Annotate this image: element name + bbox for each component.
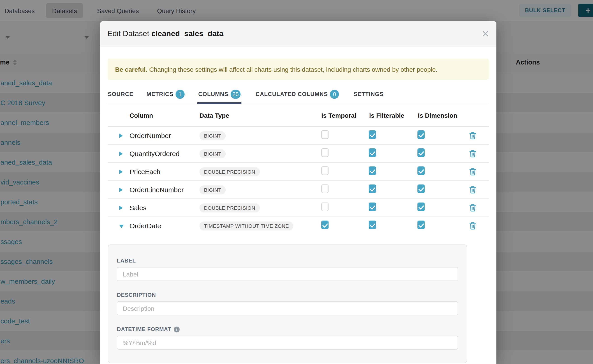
column-name: OrderDate [126, 222, 197, 230]
data-type-pill: TIMESTAMP WITHOUT TIME ZONE [199, 221, 293, 230]
close-icon[interactable]: ✕ [481, 29, 489, 38]
is-filterable-checkbox[interactable] [369, 202, 376, 211]
is-filterable-checkbox[interactable] [369, 148, 376, 157]
expand-caret-icon[interactable] [119, 205, 123, 210]
columns-table-header: Column Data Type Is Temporal Is Filterab… [108, 104, 489, 127]
is-temporal-checkbox[interactable] [321, 184, 329, 193]
expand-caret-icon[interactable] [119, 133, 123, 138]
metrics-count-badge: 1 [176, 90, 184, 98]
column-header: Column [126, 112, 197, 119]
label-input[interactable] [117, 267, 458, 281]
collapse-caret-icon[interactable] [119, 224, 124, 228]
delete-column-button[interactable] [469, 204, 489, 212]
is-dimension-checkbox[interactable] [417, 166, 425, 175]
modal-body: Be careful. Changing these settings will… [100, 46, 496, 363]
expand-caret-icon[interactable] [119, 187, 123, 192]
description-input[interactable] [117, 301, 458, 315]
is-dimension-checkbox[interactable] [417, 148, 425, 157]
column-row: SalesDOUBLE PRECISION [108, 199, 489, 217]
is-temporal-header: Is Temporal [318, 112, 366, 119]
tab-settings[interactable]: SETTINGS [354, 84, 384, 104]
datetime-format-field-label: DATETIME FORMAT i [117, 326, 458, 332]
tab-metrics[interactable]: METRICS1 [146, 84, 185, 104]
delete-column-button[interactable] [469, 222, 489, 230]
is-temporal-checkbox[interactable] [321, 130, 329, 139]
warning-bold: Be careful. [115, 66, 147, 73]
data-type-pill: BIGINT [199, 185, 226, 194]
is-filterable-checkbox[interactable] [369, 166, 376, 175]
column-row: OrderDateTIMESTAMP WITHOUT TIME ZONE [108, 217, 489, 234]
trash-icon [469, 222, 476, 230]
is-filterable-header: Is Filterable [366, 112, 414, 119]
column-row: QuantityOrderedBIGINT [108, 145, 489, 163]
is-filterable-checkbox[interactable] [369, 184, 376, 193]
screen: Databases Datasets Saved Queries Query H… [0, 0, 593, 364]
delete-column-button[interactable] [469, 168, 489, 176]
dataset-name: cleaned_sales_data [152, 29, 223, 38]
label-field-label: LABEL [117, 258, 458, 264]
is-temporal-checkbox[interactable] [321, 166, 329, 175]
trash-icon [469, 168, 476, 176]
description-field: DESCRIPTION [117, 292, 458, 315]
column-detail-panel: LABEL DESCRIPTION DATETIME FORMAT i [108, 244, 467, 363]
is-dimension-checkbox[interactable] [417, 202, 425, 211]
trash-icon [469, 132, 476, 139]
edit-dataset-modal: Edit Dataset cleaned_sales_data ✕ Be car… [100, 21, 496, 364]
is-temporal-checkbox[interactable] [321, 221, 329, 229]
expand-caret-icon[interactable] [119, 151, 123, 156]
columns-table: Column Data Type Is Temporal Is Filterab… [108, 104, 489, 234]
data-type-pill: DOUBLE PRECISION [199, 167, 260, 176]
calculated-columns-count-badge: 0 [330, 90, 339, 98]
column-name: OrderLineNumber [126, 186, 197, 194]
tab-columns[interactable]: COLUMNS25 [198, 84, 241, 104]
is-filterable-checkbox[interactable] [369, 130, 376, 139]
column-row: PriceEachDOUBLE PRECISION [108, 163, 489, 181]
data-type-pill: DOUBLE PRECISION [199, 203, 260, 212]
column-row: OrderNumberBIGINT [108, 127, 489, 145]
delete-column-button[interactable] [469, 150, 489, 157]
modal-header: Edit Dataset cleaned_sales_data ✕ [100, 21, 496, 46]
label-field: LABEL [117, 258, 458, 281]
column-name: Sales [126, 204, 197, 212]
column-name: OrderNumber [126, 132, 197, 139]
is-temporal-checkbox[interactable] [321, 202, 329, 211]
modal-title: Edit Dataset cleaned_sales_data [107, 29, 223, 38]
delete-column-button[interactable] [469, 132, 489, 139]
trash-icon [469, 204, 476, 212]
warning-text: Changing these settings will affect all … [149, 66, 437, 73]
delete-column-button[interactable] [469, 186, 489, 194]
modal-tabs: SOURCE METRICS1 COLUMNS25 CALCULATED COL… [108, 84, 489, 104]
data-type-header: Data Type [197, 112, 318, 119]
column-row: OrderLineNumberBIGINT [108, 181, 489, 199]
column-name: QuantityOrdered [126, 150, 197, 157]
data-type-pill: BIGINT [199, 131, 226, 140]
is-filterable-checkbox[interactable] [369, 221, 376, 229]
tab-source[interactable]: SOURCE [108, 84, 133, 104]
is-dimension-checkbox[interactable] [417, 130, 425, 139]
columns-table-body: OrderNumberBIGINTQuantityOrderedBIGINTPr… [108, 127, 489, 234]
is-temporal-checkbox[interactable] [321, 148, 329, 157]
is-dimension-header: Is Dimension [414, 112, 458, 119]
description-field-label: DESCRIPTION [117, 292, 458, 298]
datetime-format-field: DATETIME FORMAT i [117, 326, 458, 350]
warning-banner: Be careful. Changing these settings will… [108, 59, 489, 80]
column-name: PriceEach [126, 168, 197, 176]
columns-count-badge: 25 [231, 90, 241, 98]
trash-icon [469, 186, 476, 194]
tab-calculated-columns[interactable]: CALCULATED COLUMNS0 [256, 84, 339, 104]
info-icon[interactable]: i [174, 326, 180, 332]
datetime-format-input[interactable] [117, 336, 458, 350]
trash-icon [469, 150, 476, 157]
is-dimension-checkbox[interactable] [417, 184, 425, 193]
expand-caret-icon[interactable] [119, 169, 123, 174]
data-type-pill: BIGINT [199, 149, 226, 158]
is-dimension-checkbox[interactable] [417, 221, 425, 229]
